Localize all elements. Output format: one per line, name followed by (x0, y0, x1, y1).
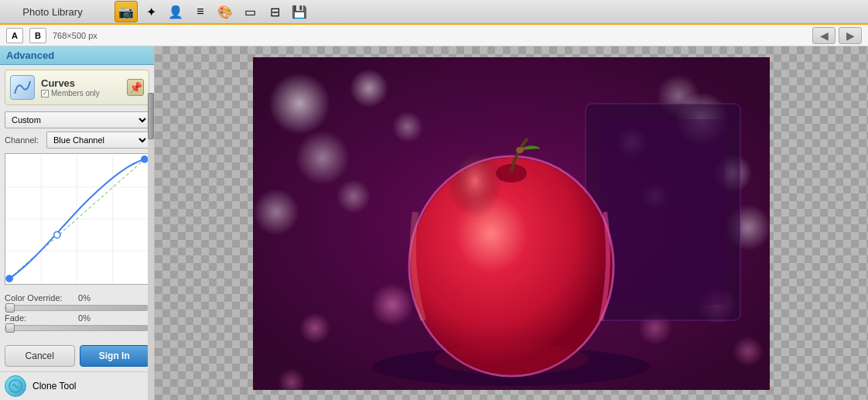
preset-dropdown[interactable]: Custom Linear Strong Contrast Lighten Da… (5, 111, 149, 128)
tool-card: Curves ✓ Members only 📌 (5, 70, 149, 105)
apple-image-svg (253, 57, 770, 390)
advanced-header: Advanced (0, 46, 154, 65)
second-toolbar: A B 768×500 px ◀ ▶ (0, 25, 868, 46)
channel-label: Channel: (5, 135, 43, 145)
toolbar-grid-btn[interactable]: ⊟ (263, 1, 286, 22)
toolbar-layers-btn[interactable]: ≡ (189, 1, 212, 22)
sliders-section: Color Override: 0% Fade: 0% (0, 288, 154, 337)
content-area (155, 46, 868, 400)
signin-button[interactable]: Sign In (80, 345, 150, 367)
tool-members-label: ✓ Members only (41, 89, 121, 97)
top-toolbar: Photo Library 📷 ✦ 👤 ≡ 🎨 ▭ ⊟ 💾 (0, 0, 868, 25)
fade-slider[interactable] (5, 325, 149, 331)
color-override-slider[interactable] (5, 305, 149, 311)
svg-point-10 (6, 275, 12, 282)
color-override-row: Color Override: 0% (5, 293, 149, 303)
main-layout: Advanced Curves ✓ Members only 📌 Custom (0, 46, 868, 400)
svg-point-27 (299, 313, 330, 344)
toolbar-paint-btn[interactable]: 🎨 (214, 1, 237, 22)
svg-point-26 (371, 283, 414, 326)
b-button[interactable]: B (29, 28, 46, 43)
toolbar-frame-btn[interactable]: ▭ (238, 1, 261, 22)
svg-point-37 (443, 150, 535, 274)
left-panel: Advanced Curves ✓ Members only 📌 Custom (0, 46, 155, 400)
toolbar-wand-btn[interactable]: ✦ (139, 1, 162, 22)
svg-point-9 (142, 156, 148, 162)
toolbar-person-btn[interactable]: 👤 (164, 1, 187, 22)
scrollbar-thumb[interactable] (148, 93, 154, 139)
clone-tool-icon (5, 375, 26, 397)
clone-tool-entry: Clone Tool (0, 371, 154, 400)
svg-rect-33 (601, 119, 725, 305)
fade-value: 0% (71, 313, 91, 323)
curves-icon (10, 75, 35, 100)
back-button[interactable]: ◀ (812, 27, 836, 44)
toolbar-save-btn[interactable]: 💾 (288, 1, 311, 22)
toolbar-icons: 📷 ✦ 👤 ≡ 🎨 ▭ ⊟ 💾 (114, 1, 311, 22)
svg-point-18 (253, 189, 299, 235)
fade-label: Fade: (5, 313, 67, 323)
channel-dropdown-row: Channel: Blue Channel RGB Red Channel Gr… (5, 132, 149, 149)
forward-button[interactable]: ▶ (839, 27, 862, 44)
svg-point-40 (434, 344, 589, 374)
a-button[interactable]: A (6, 28, 23, 43)
color-override-slider-row (5, 305, 149, 311)
tool-pin-button[interactable]: 📌 (127, 79, 144, 96)
main-image (253, 57, 770, 390)
app-title: Photo Library (6, 6, 99, 18)
svg-point-19 (337, 179, 371, 214)
color-override-label: Color Override: (5, 293, 67, 303)
curves-canvas[interactable] (5, 153, 149, 285)
left-panel-scrollbar[interactable] (148, 93, 154, 400)
toolbar-camera-btn[interactable]: 📷 (114, 1, 138, 22)
image-size: 768×500 px (53, 31, 97, 40)
svg-point-16 (296, 131, 350, 185)
svg-point-39 (516, 147, 524, 153)
cancel-button[interactable]: Cancel (5, 345, 75, 367)
svg-point-17 (392, 111, 423, 142)
preset-dropdown-row: Custom Linear Strong Contrast Lighten Da… (5, 111, 149, 128)
channel-dropdown[interactable]: Blue Channel RGB Red Channel Green Chann… (46, 132, 149, 149)
svg-point-15 (350, 69, 388, 108)
svg-point-29 (733, 336, 764, 367)
svg-point-8 (54, 231, 60, 238)
svg-point-14 (268, 73, 330, 135)
fade-slider-row (5, 325, 149, 331)
bottom-buttons: Cancel Sign In (0, 340, 154, 371)
clone-tool-label: Clone Tool (32, 381, 76, 391)
members-checkbox[interactable]: ✓ (41, 90, 49, 97)
fade-row: Fade: 0% (5, 313, 149, 323)
tool-name: Curves (41, 77, 121, 89)
color-override-value: 0% (71, 293, 91, 303)
